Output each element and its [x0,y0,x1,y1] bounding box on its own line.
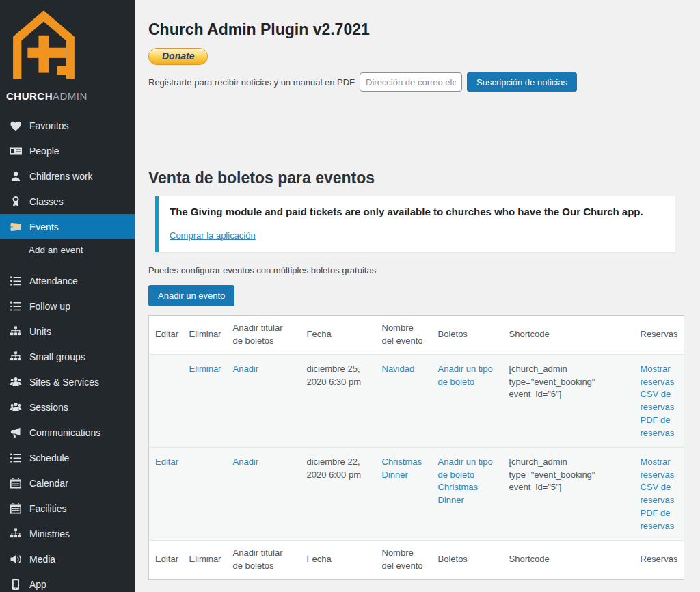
table-row: Eliminar Añadir diciembre 25, 2020 6:30 … [149,354,684,447]
sidebar-item-calendar[interactable]: Calendar [0,470,135,496]
sidebar-item-app[interactable]: App [0,571,135,592]
event-name-link[interactable]: Christmas Dinner [382,457,422,480]
show-bookings-link[interactable]: Mostrar reservas [641,456,678,482]
brand-church: CHURCH [6,90,53,102]
sidebar-item-label: Calendar [29,478,68,489]
buy-app-link[interactable]: Comprar la aplicación [170,230,256,241]
show-bookings-link[interactable]: Mostrar reservas [641,363,678,389]
church-admin-logo [0,0,135,88]
col-header-titular: Añadir titular de boletos [227,316,301,355]
info-notice: The Giving module and paid tickets are o… [155,196,675,252]
cell-eliminar [183,447,227,540]
col-header-fecha: Fecha [301,316,376,355]
section-title: Venta de boletos para eventos [148,169,684,187]
newsletter-text: Registrarte para recibir noticias y un m… [148,77,355,88]
intro-text: Puedes configurar eventos con múltiples … [148,265,684,275]
email-input[interactable] [360,72,462,92]
add-ticket-type-link[interactable]: Añadir un tipo de boleto [438,456,497,482]
subscribe-button[interactable]: Suscripción de noticias [467,72,577,92]
sidebar-item-label: Ministries [29,528,70,539]
sidebar-item-attendance[interactable]: Attendance [0,268,135,293]
sidebar-item-ministries[interactable]: Ministries [0,521,135,546]
sidebar-item-units[interactable]: Units [0,319,135,344]
col-footer-nombre: Nombre del evento [376,540,432,579]
col-footer-eliminar: Eliminar [183,540,227,579]
id-card-icon [9,144,23,158]
col-footer-titular: Añadir titular de boletos [227,540,301,579]
add-ticket-holder-link[interactable]: Añadir [233,364,259,374]
heart-icon [9,119,23,133]
ticket-type-link[interactable]: Christmas Dinner [438,481,497,507]
sidebar-item-add-an-event[interactable]: Add an event [0,239,135,260]
edit-event-link[interactable]: Editar [155,457,178,467]
sidebar-item-label: Small groups [29,351,85,362]
add-ticket-holder-link[interactable]: Añadir [233,457,259,467]
sidebar-item-label: Sites & Services [29,377,99,388]
add-ticket-type-link[interactable]: Añadir un tipo de boleto [438,363,497,389]
col-header-boletos: Boletos [432,316,503,355]
sidebar-item-label: Classes [29,196,64,207]
brand-wordmark: CHURCHADMIN [0,88,135,109]
sidebar-item-childrens-work[interactable]: Childrens work [0,163,135,189]
org-chart-icon [9,527,23,541]
calendar-icon [9,502,23,515]
sidebar-item-label: Favoritos [29,120,69,131]
sidebar-item-follow-up[interactable]: Follow up [0,293,135,319]
sidebar-item-label: Attendance [29,275,78,286]
group-icon [9,375,23,389]
notice-message: The Giving module and paid tickets are o… [170,206,664,217]
cell-shortcode: [church_admin type="event_booking" event… [503,354,634,447]
sidebar-item-label: Events [29,221,59,232]
csv-bookings-link[interactable]: CSV de reservas [641,388,678,414]
donate-button[interactable]: Donate [148,48,208,65]
pdf-bookings-link[interactable]: PDF de reservas [641,507,678,533]
sidebar-item-label: Add an event [29,245,83,255]
cell-editar [149,354,183,447]
col-footer-editar: Editar [149,540,183,579]
sidebar-item-schedule[interactable]: Schedule [0,445,135,470]
org-chart-icon [9,325,23,338]
sidebar-item-label: People [29,146,59,157]
col-footer-fecha: Fecha [301,540,376,579]
cell-fecha: diciembre 22, 2020 6:00 pm [301,447,376,540]
ordered-list-icon [9,451,23,465]
sidebar-item-people[interactable]: People [0,138,135,163]
sidebar-item-label: Media [29,554,55,565]
award-icon [9,195,23,208]
sidebar-item-favoritos[interactable]: Favoritos [0,113,135,138]
delete-event-link[interactable]: Eliminar [189,364,221,374]
pdf-bookings-link[interactable]: PDF de reservas [641,414,678,440]
sidebar-item-classes[interactable]: Classes [0,189,135,214]
events-table: Editar Eliminar Añadir titular de boleto… [148,315,684,580]
sidebar-item-label: Units [29,326,51,337]
brand-admin: ADMIN [53,90,88,102]
group-icon [9,401,23,414]
sidebar-item-sites-services[interactable]: Sites & Services [0,369,135,394]
table-footer-row: Editar Eliminar Añadir titular de boleto… [149,540,684,579]
sidebar-item-communications[interactable]: Communications [0,420,135,445]
sidebar-item-label: Sessions [29,402,68,413]
page-title: Church Admin Plugin v2.7021 [148,21,684,39]
event-name-link[interactable]: Navidad [382,364,415,374]
ordered-list-icon [9,274,23,288]
ordered-list-icon [9,299,23,313]
sidebar-item-media[interactable]: Media [0,546,135,571]
phone-icon [9,578,23,591]
tickets-icon [9,220,23,234]
sidebar-item-sessions[interactable]: Sessions [0,394,135,420]
col-footer-reservas: Reservas [634,540,684,579]
table-header-row: Editar Eliminar Añadir titular de boleto… [149,316,684,355]
person-icon [9,170,23,183]
sidebar-item-label: App [29,579,46,590]
sidebar-item-events[interactable]: Events [0,214,135,239]
newsletter-signup: Registrarte para recibir noticias y un m… [148,72,684,92]
add-event-button[interactable]: Añadir un evento [148,285,234,306]
sidebar: CHURCHADMIN Favoritos People Childrens w… [0,0,135,592]
col-header-shortcode: Shortcode [503,316,634,355]
cell-shortcode: [church_admin type="event_booking" event… [503,447,634,540]
col-header-nombre: Nombre del evento [376,316,432,355]
csv-bookings-link[interactable]: CSV de reservas [641,481,678,507]
sidebar-item-facilities[interactable]: Facilities [0,496,135,521]
sidebar-item-label: Childrens work [29,171,93,182]
sidebar-item-small-groups[interactable]: Small groups [0,344,135,369]
